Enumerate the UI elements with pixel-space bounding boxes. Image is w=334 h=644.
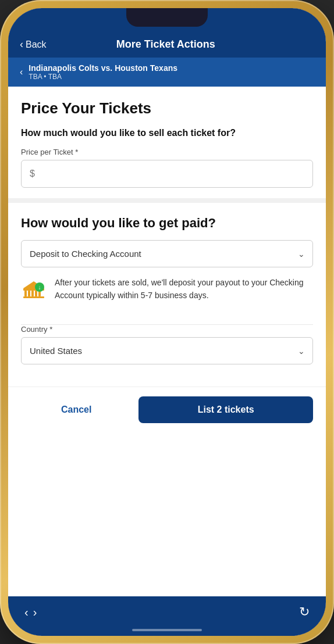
event-bar[interactable]: ‹ Indianapolis Colts vs. Houston Texans … (8, 58, 326, 87)
country-section: Country * United States Canada United Ki… (8, 325, 326, 387)
nav-forward-arrow-icon[interactable]: › (33, 606, 37, 619)
section-divider (8, 198, 326, 203)
payment-info-text: After your tickets are sold, we'll depos… (55, 277, 313, 302)
pricing-question: How much would you like to sell each tic… (21, 127, 313, 139)
list-tickets-button[interactable]: List 2 tickets (138, 396, 313, 423)
event-chevron-icon: ‹ (20, 67, 23, 77)
home-bar (132, 629, 202, 631)
payment-method-wrapper: Deposit to Checking Account PayPal Venmo… (21, 240, 313, 267)
home-indicator (8, 625, 326, 636)
price-input[interactable] (21, 160, 313, 188)
back-arrow-icon: ‹ (20, 38, 23, 51)
svg-rect-1 (24, 291, 27, 296)
payment-section: How would you like to get paid? Deposit … (8, 203, 326, 324)
refresh-icon[interactable]: ↻ (299, 604, 310, 620)
event-name: Indianapolis Colts vs. Houston Texans (29, 63, 177, 73)
nav-back-arrow-icon[interactable]: ‹ (24, 606, 29, 619)
nav-title: More Ticket Actions (47, 38, 285, 51)
svg-rect-3 (31, 291, 34, 296)
price-section: Price Your Tickets How much would you li… (8, 87, 326, 198)
payment-method-select[interactable]: Deposit to Checking Account PayPal Venmo (21, 240, 313, 267)
svg-text:↓: ↓ (38, 284, 41, 291)
event-details: TBA • TBA (29, 73, 177, 81)
nav-bar: ‹ Back More Ticket Actions (8, 34, 326, 58)
svg-rect-4 (35, 291, 37, 296)
bottom-nav-bar: ‹ › ↻ (8, 596, 326, 625)
bank-building-svg: ↓ (21, 277, 47, 302)
screen: ‹ Back More Ticket Actions ‹ Indianapoli… (8, 8, 326, 636)
main-content: Price Your Tickets How much would you li… (8, 87, 326, 596)
phone-inner: ‹ Back More Ticket Actions ‹ Indianapoli… (8, 8, 326, 636)
back-button[interactable]: ‹ Back (20, 38, 47, 51)
bottom-actions: Cancel List 2 tickets (8, 387, 326, 434)
svg-rect-6 (23, 296, 44, 298)
svg-rect-2 (28, 291, 30, 296)
price-field-label: Price per Ticket * (21, 148, 313, 156)
page-title: Price Your Tickets (21, 99, 313, 117)
cancel-button[interactable]: Cancel (21, 396, 132, 423)
back-label: Back (26, 40, 47, 50)
payment-title: How would you like to get paid? (21, 216, 313, 231)
notch (126, 8, 208, 27)
bank-icon: ↓ (21, 277, 47, 302)
phone-frame: ‹ Back More Ticket Actions ‹ Indianapoli… (0, 0, 334, 644)
payment-info-box: ↓ After your tickets are sold, we'll dep… (21, 277, 313, 302)
country-wrapper: United States Canada United Kingdom ⌄ (21, 337, 313, 364)
country-select[interactable]: United States Canada United Kingdom (21, 337, 313, 364)
nav-arrows: ‹ › (24, 606, 37, 619)
country-label: Country * (21, 325, 313, 334)
event-info: Indianapolis Colts vs. Houston Texans TB… (29, 63, 177, 81)
